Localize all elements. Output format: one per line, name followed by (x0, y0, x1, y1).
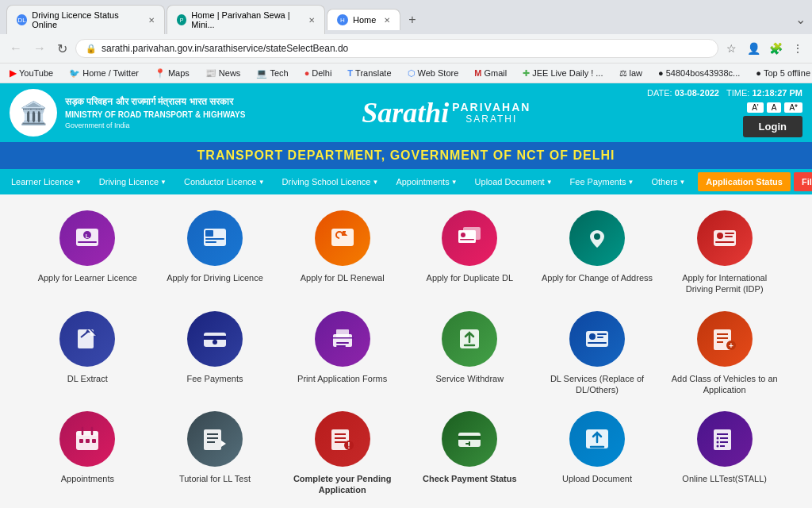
browser-chrome: DL Driving Licence Status Online ✕ P Hom… (0, 0, 812, 83)
bookmark-54804[interactable]: ● 54804bos43938c... (655, 67, 743, 79)
application-status-button[interactable]: Application Status (698, 172, 791, 191)
appointments-icon (59, 411, 115, 467)
top5-label: Top 5 offline mobi... (764, 68, 812, 78)
tab-3[interactable]: H Home ✕ (327, 9, 400, 30)
nav-conductor-licence[interactable]: Conductor Licence ▼ (176, 171, 273, 193)
fee-payments-label: Fee Payments (187, 373, 243, 384)
font-large-button[interactable]: A* (784, 102, 802, 113)
service-change-address[interactable]: Apply for Change of Address (542, 210, 653, 295)
bookmark-news[interactable]: 📰 News (202, 67, 244, 80)
nav-learner-licence[interactable]: Learner Licence ▼ (3, 171, 90, 193)
date-label: DATE: (647, 88, 672, 98)
bookmark-tech[interactable]: 💻 Tech (253, 67, 291, 80)
profile-icon[interactable]: 👤 (745, 40, 761, 56)
font-small-button[interactable]: A' (747, 102, 764, 113)
service-fee-payments[interactable]: Fee Payments (159, 311, 271, 396)
service-payment-status[interactable]: Check Payment Status (414, 411, 526, 496)
hindi-text: सड़क परिवहन और राजमार्ग मंत्रालय भारत सर… (65, 94, 245, 109)
svg-rect-5 (205, 230, 213, 237)
bookmark-twitter[interactable]: 🐦 Home / Twitter (66, 67, 142, 80)
bookmark-gmail[interactable]: M Gmail (471, 67, 510, 79)
service-add-class[interactable]: + Add Class of Vehicles to an Applicatio… (668, 311, 780, 396)
tab-menu-button[interactable]: ⌄ (795, 12, 806, 27)
bookmark-icon[interactable]: ☆ (723, 40, 739, 56)
settings-icon[interactable]: ⋮ (790, 40, 806, 56)
delhi-icon: ● (304, 68, 310, 78)
svg-rect-49 (92, 439, 96, 443)
service-dl-services[interactable]: DL Services (Replace of DL/Others) (542, 311, 653, 396)
font-normal-button[interactable]: A (767, 102, 782, 113)
svg-point-17 (717, 233, 723, 239)
service-driving-licence[interactable]: Apply for Driving Licence (159, 210, 271, 295)
extension-icon[interactable]: 🧩 (768, 40, 783, 56)
service-tutorial-ll[interactable]: Tutorial for LL Test (159, 411, 271, 496)
forward-button[interactable]: → (30, 40, 49, 57)
bookmark-jee[interactable]: ✚ JEE Live Daily ! ... (519, 67, 606, 80)
file-grievance-button[interactable]: File Your Grievance (794, 172, 812, 191)
nav-driving-licence-label: Driving Licence (99, 177, 159, 187)
nav-driving-licence[interactable]: Driving Licence ▼ (91, 171, 174, 193)
nav-others[interactable]: Others ▼ (643, 171, 693, 193)
svg-rect-19 (725, 233, 734, 234)
service-pending-app[interactable]: ! Complete your Pending Application (286, 411, 398, 496)
fee-payments-icon (187, 311, 243, 367)
service-print-forms[interactable]: Print Application Forms (286, 311, 398, 396)
service-intl-permit[interactable]: Apply for International Driving Permit (… (668, 210, 780, 295)
bookmark-youtube[interactable]: ▶ YouTube (6, 66, 56, 80)
tab-1[interactable]: DL Driving Licence Status Online ✕ (6, 5, 165, 34)
tab-3-close[interactable]: ✕ (384, 16, 390, 25)
nav-appointments[interactable]: Appointments ▼ (388, 171, 465, 193)
service-appointments[interactable]: Appointments (32, 411, 144, 496)
tech-label: Tech (270, 68, 288, 78)
reload-button[interactable]: ↻ (54, 40, 71, 58)
nav-fee-payments-label: Fee Payments (570, 177, 626, 187)
nav-driving-school[interactable]: Driving School Licence ▼ (274, 171, 387, 193)
bookmark-translate[interactable]: T Translate (344, 67, 394, 79)
svg-point-15 (594, 233, 600, 240)
svg-rect-20 (725, 236, 733, 237)
service-service-withdraw[interactable]: Service Withdraw (414, 311, 526, 396)
svg-rect-34 (588, 342, 607, 344)
dl-renewal-label: Apply for DL Renewal (301, 272, 385, 283)
bookmark-top5[interactable]: ● Top 5 offline mobi... (753, 67, 812, 79)
svg-rect-18 (715, 241, 734, 243)
nav-fee-payments[interactable]: Fee Payments ▼ (562, 171, 642, 193)
nav-upload-document-label: Upload Document (475, 177, 545, 187)
jee-label: JEE Live Daily ! ... (532, 68, 603, 78)
bookmark-webstore[interactable]: ⬡ Web Store (404, 67, 462, 80)
site-header: 🏛️ सड़क परिवहन और राजमार्ग मंत्रालय भारत… (0, 83, 812, 142)
service-dl-renewal[interactable]: Apply for DL Renewal (286, 210, 398, 295)
dept-title: TRANSPORT DEPARTMENT, GOVERNMENT OF NCT … (0, 142, 812, 169)
tab-2[interactable]: P Home | Parivahan Sewa | Mini... ✕ (167, 5, 325, 34)
nav-others-arrow: ▼ (679, 179, 685, 186)
service-duplicate-dl[interactable]: Apply for Duplicate DL (414, 210, 526, 295)
bookmark-maps[interactable]: 📍 Maps (151, 67, 193, 80)
sarathi-logo: Sarathi (362, 96, 449, 129)
address-bar[interactable]: 🔒 sarathi.parivahan.gov.in/sarathiservic… (75, 39, 718, 58)
tab-2-label: Home | Parivahan Sewa | Mini... (191, 10, 301, 29)
login-button[interactable]: Login (743, 116, 802, 137)
tab-2-close[interactable]: ✕ (308, 16, 315, 25)
change-address-label: Apply for Change of Address (542, 272, 653, 283)
svg-rect-44 (76, 431, 98, 436)
change-address-icon (569, 210, 625, 266)
nav-upload-document[interactable]: Upload Document ▼ (467, 171, 561, 193)
svg-point-67 (716, 441, 718, 444)
pending-app-label: Complete your Pending Application (286, 473, 398, 496)
service-upload-doc[interactable]: Upload Document (542, 411, 653, 496)
bookmark-delhi[interactable]: ● Delhi (301, 67, 335, 79)
svg-rect-61 (458, 436, 481, 440)
service-learner-licence[interactable]: L Apply for Learner Licence (32, 210, 144, 295)
service-online-lltest[interactable]: Online LLTest(STALL) (668, 411, 780, 496)
svg-rect-36 (597, 337, 603, 338)
bookmark-law[interactable]: ⚖ law (616, 67, 646, 80)
dl-renewal-icon (315, 210, 370, 266)
webstore-icon: ⬡ (408, 68, 416, 79)
tab-1-close[interactable]: ✕ (148, 16, 155, 25)
law-icon: ⚖ (619, 68, 627, 79)
new-tab-button[interactable]: + (402, 11, 422, 29)
back-button[interactable]: ← (6, 40, 25, 57)
service-dl-extract[interactable]: DL Extract (32, 311, 144, 396)
intl-permit-icon (697, 210, 753, 266)
gov-india-text: Government of India (65, 121, 245, 132)
